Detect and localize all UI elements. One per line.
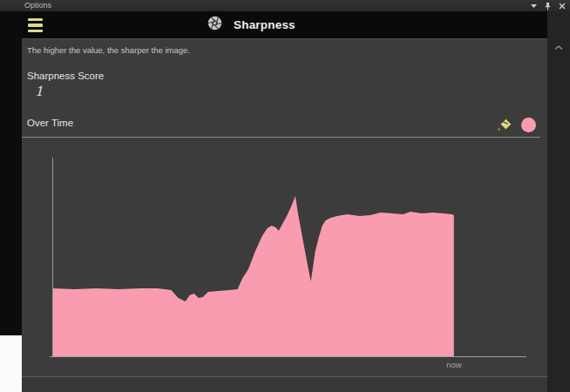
window-title: Options [24, 0, 51, 11]
hamburger-bar [28, 30, 43, 32]
aperture-icon [207, 16, 222, 34]
options-content: The higher the value, the sharper the im… [22, 38, 547, 377]
hamburger-bar [28, 24, 43, 26]
section-divider [22, 137, 540, 138]
pin-icon[interactable] [544, 2, 552, 10]
hamburger-menu-icon[interactable] [28, 17, 44, 33]
hamburger-bar [28, 18, 43, 21]
scroll-up-icon[interactable] [554, 38, 563, 44]
header-title-group: Sharpness [207, 11, 295, 38]
series-color-swatch[interactable] [521, 118, 536, 132]
background-app-white-area [0, 335, 22, 392]
panel-header: Sharpness [22, 11, 547, 38]
description-text: The higher the value, the sharper the im… [27, 45, 190, 55]
x-tick-now-label: now [446, 360, 462, 369]
page-title: Sharpness [234, 18, 295, 31]
sharpness-area-series [53, 196, 454, 356]
window-menu-chevron-down-icon[interactable] [531, 4, 537, 8]
left-frame-strip [0, 11, 22, 335]
titlebar-controls [531, 0, 566, 11]
sharpness-score-value: 1 [35, 84, 44, 99]
paint-bucket-icon[interactable] [496, 117, 514, 134]
sharpness-score-label: Sharpness Score [27, 71, 104, 81]
over-time-section-label: Over Time [27, 118, 73, 128]
scrollbar-gutter[interactable] [547, 11, 570, 392]
over-time-chart: now [22, 140, 547, 378]
window-titlebar: Options [0, 0, 570, 11]
close-icon[interactable] [559, 3, 566, 10]
bottom-frame-band [22, 377, 547, 392]
